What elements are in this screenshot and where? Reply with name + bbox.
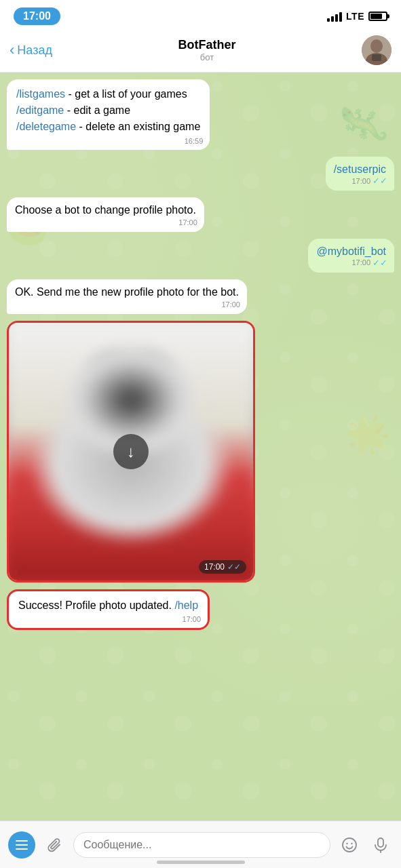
message-time: 17:00 (183, 614, 202, 625)
outgoing-bubble: @mybotifi_bot 17:00 ✓✓ (308, 239, 394, 273)
message-row: ↓ 17:00 ✓✓ (7, 321, 394, 583)
message-row: OK. Send me the new profile photo for th… (7, 279, 394, 313)
chat-header: ‹ Назад BotFather бот (0, 30, 401, 73)
message-row: /listgames - get a list of your games /e… (7, 79, 394, 150)
svg-point-4 (343, 838, 356, 852)
command-link[interactable]: /editgame (16, 104, 64, 116)
voice-button[interactable] (368, 833, 393, 857)
incoming-bubble: OK. Send me the new profile photo for th… (7, 279, 247, 313)
message-time: 17:00 (178, 218, 197, 228)
message-time: 17:00 ✓✓ (351, 257, 387, 269)
read-receipt: ✓✓ (373, 257, 387, 269)
message-input[interactable] (73, 832, 330, 858)
home-indicator (157, 861, 245, 864)
success-bubble: Success! Profile photo updated. /help 17… (7, 589, 210, 630)
status-right: LTE (327, 11, 387, 22)
message-time: 17:00 (221, 300, 240, 310)
avatar[interactable] (362, 35, 392, 65)
incoming-bubble: Choose a bot to change profile photo. 17… (7, 197, 204, 231)
message-text: Success! Profile photo updated. (18, 599, 174, 611)
help-link[interactable]: /help (174, 599, 198, 611)
message-text: Choose a bot to change profile photo. (15, 204, 196, 216)
lte-label: LTE (346, 11, 364, 22)
status-time: 17:00 (14, 7, 60, 25)
message-text: OK. Send me the new profile photo for th… (15, 286, 239, 298)
image-content: ↓ (9, 323, 253, 580)
message-time: 17:00 ✓✓ (351, 175, 387, 187)
download-button[interactable]: ↓ (113, 434, 149, 469)
chat-subtitle: бот (52, 52, 362, 62)
download-icon: ↓ (127, 443, 135, 460)
battery-icon (368, 12, 387, 21)
back-label[interactable]: Назад (17, 43, 52, 58)
menu-icon (16, 840, 28, 850)
svg-rect-3 (372, 54, 381, 61)
message-text[interactable]: @mybotifi_bot (316, 245, 386, 257)
svg-rect-7 (378, 838, 383, 847)
check-marks: ✓✓ (227, 562, 241, 572)
chat-title: BotFather (52, 38, 362, 52)
chat-area: 🦎 🐸 🌟 🎄 /listgames - get a list of your … (0, 73, 401, 821)
command-link[interactable]: /deletegame (16, 121, 76, 132)
svg-point-6 (351, 842, 352, 844)
image-time: 17:00 ✓✓ (199, 560, 246, 574)
attach-button[interactable] (42, 833, 66, 857)
command-link[interactable]: /listgames (16, 88, 65, 100)
back-chevron-icon: ‹ (9, 41, 14, 59)
message-row: Success! Profile photo updated. /help 17… (7, 589, 394, 630)
outgoing-bubble: /setuserpic 17:00 ✓✓ (326, 157, 394, 191)
menu-button[interactable] (8, 831, 35, 859)
message-row: @mybotifi_bot 17:00 ✓✓ (7, 239, 394, 273)
read-receipt: ✓✓ (373, 175, 387, 187)
svg-point-1 (370, 39, 383, 53)
message-text[interactable]: /setuserpic (334, 163, 386, 175)
incoming-bubble: /listgames - get a list of your games /e… (7, 79, 210, 150)
message-text: /listgames - get a list of your games /e… (16, 86, 200, 135)
svg-point-5 (346, 842, 347, 844)
message-row: Choose a bot to change profile photo. 17… (7, 197, 394, 231)
status-bar: 17:00 LTE (0, 0, 401, 30)
message-time: 16:59 (185, 136, 204, 147)
header-center: BotFather бот (52, 38, 362, 62)
image-bubble: ↓ 17:00 ✓✓ (7, 321, 255, 583)
back-button[interactable]: ‹ Назад (9, 41, 52, 59)
avatar-image (362, 35, 392, 65)
signal-icon (327, 11, 342, 22)
message-row: /setuserpic 17:00 ✓✓ (7, 157, 394, 191)
emoji-button[interactable] (337, 833, 362, 857)
